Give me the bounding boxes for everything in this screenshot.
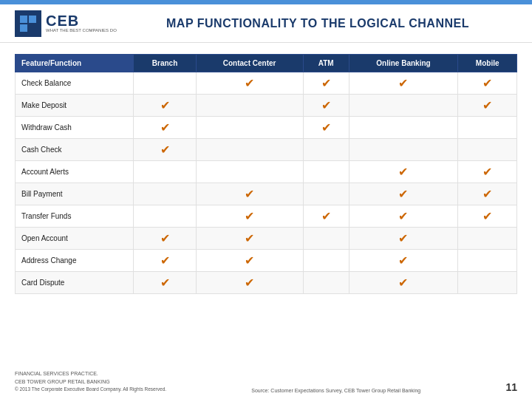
branch-cell	[134, 72, 196, 95]
logo-area: CEB WHAT THE BEST COMPANIES DO	[15, 10, 118, 37]
functionality-table: Feature/Function Branch Contact Center A…	[15, 54, 517, 294]
branch-cell: ✔	[134, 95, 196, 117]
check-icon: ✔	[482, 98, 492, 112]
branch-cell	[134, 161, 196, 183]
online-cell: ✔	[349, 250, 458, 272]
contact-cell: ✔	[196, 272, 303, 294]
branch-cell	[134, 205, 196, 228]
feature-cell: Card Dispute	[16, 272, 134, 294]
svg-rect-1	[20, 16, 27, 23]
check-icon: ✔	[321, 98, 331, 112]
check-icon: ✔	[245, 253, 254, 267]
branch-cell: ✔	[134, 117, 196, 139]
mobile-cell	[458, 250, 517, 272]
contact-cell: ✔	[196, 250, 303, 272]
check-icon: ✔	[245, 231, 254, 245]
mobile-cell	[458, 139, 517, 161]
check-icon: ✔	[160, 120, 170, 134]
contact-cell: ✔	[196, 183, 303, 205]
contact-cell: ✔	[196, 72, 303, 95]
check-icon: ✔	[245, 187, 254, 201]
feature-cell: Transfer Funds	[16, 205, 134, 228]
check-icon: ✔	[482, 165, 492, 179]
atm-cell: ✔	[303, 117, 349, 139]
online-cell: ✔	[349, 161, 458, 183]
atm-cell	[303, 250, 349, 272]
source-text: Source: Customer Expectations Survey, CE…	[251, 388, 420, 393]
online-cell: ✔	[349, 183, 458, 205]
feature-cell: Open Account	[16, 228, 134, 250]
svg-rect-2	[29, 16, 36, 23]
feature-cell: Bill Payment	[16, 183, 134, 205]
check-icon: ✔	[321, 76, 331, 90]
logo-ceb: CEB	[46, 13, 117, 28]
col-feature: Feature/Function	[16, 55, 134, 72]
check-icon: ✔	[398, 187, 408, 201]
online-cell: ✔	[349, 228, 458, 250]
mobile-cell	[458, 272, 517, 294]
check-icon: ✔	[245, 76, 254, 90]
mobile-cell: ✔	[458, 72, 517, 95]
page-title-area: MAP FUNCTIONALITY TO THE LOGICAL CHANNEL	[118, 17, 517, 30]
check-icon: ✔	[482, 209, 492, 223]
footer: FINANCIAL SERVICES PRACTICE. CEB TOWER G…	[15, 370, 517, 393]
mobile-cell	[458, 117, 517, 139]
table-row: Bill Payment✔✔✔	[16, 183, 517, 205]
copyright-text: © 2013 The Corporate Executive Board Com…	[15, 386, 166, 393]
check-icon: ✔	[398, 165, 408, 179]
branch-cell: ✔	[134, 250, 196, 272]
online-cell: ✔	[349, 272, 458, 294]
contact-cell: ✔	[196, 228, 303, 250]
col-branch: Branch	[134, 55, 196, 72]
page-number: 11	[505, 381, 517, 393]
mobile-cell: ✔	[458, 161, 517, 183]
check-icon: ✔	[398, 76, 408, 90]
footer-center: Source: Customer Expectations Survey, CE…	[251, 388, 420, 393]
feature-cell: Account Alerts	[16, 161, 134, 183]
feature-cell: Cash Check	[16, 139, 134, 161]
table-row: Address Change✔✔✔	[16, 250, 517, 272]
check-icon: ✔	[160, 253, 170, 267]
atm-cell	[303, 272, 349, 294]
online-cell: ✔	[349, 72, 458, 95]
mobile-cell: ✔	[458, 95, 517, 117]
online-cell	[349, 95, 458, 117]
feature-cell: Withdraw Cash	[16, 117, 134, 139]
feature-cell: Check Balance	[16, 72, 134, 95]
contact-cell	[196, 117, 303, 139]
contact-cell	[196, 139, 303, 161]
check-icon: ✔	[160, 276, 170, 290]
col-contact: Contact Center	[196, 55, 303, 72]
atm-cell	[303, 139, 349, 161]
table-row: Transfer Funds✔✔✔✔	[16, 205, 517, 228]
logo-text: CEB WHAT THE BEST COMPANIES DO	[46, 13, 117, 33]
main-content: Feature/Function Branch Contact Center A…	[0, 43, 532, 301]
feature-cell: Make Deposit	[16, 95, 134, 117]
check-icon: ✔	[321, 120, 331, 134]
mobile-cell: ✔	[458, 183, 517, 205]
table-row: Cash Check✔	[16, 139, 517, 161]
banking-label: CEB TOWER GROUP RETAIL BANKING	[15, 378, 166, 386]
mobile-cell: ✔	[458, 205, 517, 228]
logo-box	[15, 10, 41, 37]
check-icon: ✔	[160, 143, 170, 157]
header: CEB WHAT THE BEST COMPANIES DO MAP FUNCT…	[0, 4, 532, 43]
check-icon: ✔	[482, 76, 492, 90]
contact-cell	[196, 95, 303, 117]
atm-cell	[303, 228, 349, 250]
table-row: Account Alerts✔✔	[16, 161, 517, 183]
col-atm: ATM	[303, 55, 349, 72]
page-title: MAP FUNCTIONALITY TO THE LOGICAL CHANNEL	[166, 17, 469, 30]
practice-label: FINANCIAL SERVICES PRACTICE.	[15, 370, 166, 378]
branch-cell	[134, 183, 196, 205]
table-row: Make Deposit✔✔✔	[16, 95, 517, 117]
contact-cell: ✔	[196, 205, 303, 228]
atm-cell	[303, 183, 349, 205]
check-icon: ✔	[245, 276, 254, 290]
check-icon: ✔	[398, 231, 408, 245]
check-icon: ✔	[160, 98, 170, 112]
table-header-row: Feature/Function Branch Contact Center A…	[16, 55, 517, 72]
check-icon: ✔	[160, 231, 170, 245]
check-icon: ✔	[398, 253, 408, 267]
online-cell	[349, 139, 458, 161]
